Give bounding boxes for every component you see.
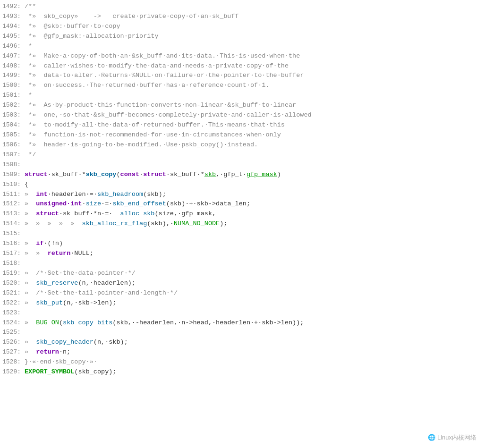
token: return (48, 250, 71, 257)
token: EXPORT_SYMBOL (25, 368, 74, 375)
token: BUG_ON (36, 319, 59, 326)
token: ·sk_buff·*n·=· (59, 210, 112, 217)
watermark: 🌐 Linux内核网络 (428, 433, 476, 442)
line-number: 1508: (0, 160, 21, 169)
code-line: 1506: *» header·is·going·to·be·modified.… (0, 140, 485, 150)
line-content: » /*·Set·the·tail·pointer·and·length·*/ (25, 288, 481, 298)
token: ·sk_buff·* (166, 171, 204, 178)
token: const (120, 171, 140, 178)
line-number: 1506: (0, 140, 21, 150)
token: *» data·to·alter.·Returns·%NULL·on·failu… (25, 72, 304, 79)
code-line: 1502: *» As·by-product·this·function·con… (0, 101, 485, 110)
token: (n,·skb->len); (63, 299, 116, 306)
token: (skb,·-headerlen,·n->head,·headerlen·+·s… (112, 319, 304, 326)
line-number: 1501: (0, 91, 21, 100)
line-content: *» on·success.·The·returned·buffer·has·a… (25, 81, 481, 91)
token: *» Make·a·copy·of·both·an·&sk_buff·and·i… (25, 52, 300, 59)
code-line: 1513:» struct·sk_buff·*n·=·__alloc_skb(s… (0, 209, 485, 219)
token: · (82, 200, 86, 207)
code-line: 1520:» skb_reserve(n,·headerlen); (0, 279, 485, 288)
token: » (25, 220, 36, 227)
line-number: 1527: (0, 347, 21, 357)
token: *» As·by-product·this·function·converts·… (25, 101, 296, 109)
token: skb_copy_bits (63, 319, 112, 326)
token: * (25, 42, 32, 50)
token: ( (59, 319, 63, 326)
line-number: 1497: (0, 51, 21, 61)
token: /*·Set·the·tail·pointer·and·length·*/ (36, 289, 178, 296)
line-number: 1509: (0, 170, 21, 179)
token: (skb)·+·skb->data_len; (166, 200, 250, 207)
code-line: 1523: (0, 308, 485, 318)
token: » (25, 210, 36, 217)
token: » (25, 200, 36, 207)
line-number: 1522: (0, 298, 21, 308)
token: int (36, 191, 47, 198)
line-content: /** (25, 2, 481, 12)
line-number: 1517: (0, 249, 21, 258)
line-content: *» function·is·not·recommended·for·use·i… (25, 130, 481, 140)
token: » (25, 299, 36, 306)
line-number: 1510: (0, 180, 21, 189)
line-number: 1499: (0, 71, 21, 80)
token: NUMA_NO_NODE (174, 220, 220, 227)
token: *» @skb:·buffer·to·copy (25, 23, 120, 30)
token: { (25, 181, 28, 188)
line-number: 1528: (0, 357, 21, 367)
line-number: 1529: (0, 367, 21, 377)
token: *» function·is·not·recommended·for·use·i… (25, 131, 281, 138)
line-number: 1526: (0, 338, 21, 347)
line-number: 1521: (0, 288, 21, 298)
token: ,·gfp_t· (216, 171, 247, 178)
token: *» @gfp_mask:·allocation·priority (25, 33, 159, 40)
code-viewer: 1492:/**1493: *» skb_copy» -> create·pri… (0, 0, 485, 448)
code-line: 1503: *» one,·so·that·&sk_buff·becomes·c… (0, 110, 485, 120)
token: » (25, 240, 36, 247)
line-content: { (25, 180, 481, 190)
line-content: * (25, 91, 481, 101)
line-content: *» header·is·going·to·be·modified.·Use·p… (25, 140, 481, 150)
code-line: 1493: *» skb_copy» -> create·private·cop… (0, 12, 485, 22)
line-content: » /*·Set·the·data·pointer·*/ (25, 269, 481, 279)
line-number: 1525: (0, 328, 21, 337)
token: skb_headroom (97, 191, 143, 198)
line-number: 1520: (0, 279, 21, 288)
token: (skb_copy); (74, 368, 116, 375)
token: *» skb_copy» -> create·private·copy·of·a… (25, 13, 239, 20)
line-number: 1494: (0, 22, 21, 31)
line-number: 1504: (0, 120, 21, 130)
token: » » » » (36, 220, 82, 227)
token: (skb); (143, 191, 166, 198)
line-content: *» Make·a·copy·of·both·an·&sk_buff·and·i… (25, 51, 481, 61)
line-number: 1519: (0, 269, 21, 278)
token: ·NULL; (70, 250, 94, 257)
line-number: 1505: (0, 130, 21, 140)
token: skb_copy_header (36, 338, 94, 346)
line-number: 1514: (0, 219, 21, 228)
line-number: 1511: (0, 190, 21, 199)
line-number: 1513: (0, 209, 21, 219)
code-line: 1504: *» to·modify·all·the·data·of·retur… (0, 120, 485, 130)
token: size (86, 200, 101, 207)
line-number: 1496: (0, 42, 21, 51)
token: » (25, 319, 36, 326)
code-line: 1496: * (0, 42, 485, 51)
token: ( (116, 171, 120, 178)
line-number: 1503: (0, 110, 21, 120)
token: » (25, 348, 36, 355)
token: ·=· (101, 200, 112, 207)
line-content: struct·sk_buff·*skb_copy(const·struct·sk… (25, 170, 481, 180)
token: skb_alloc_rx_flag (82, 220, 147, 227)
token: gfp_mask (247, 171, 277, 178)
token: */ (25, 151, 36, 158)
token: » (25, 191, 36, 198)
line-content: » unsigned·int·size·=·skb_end_offset(skb… (25, 199, 481, 209)
line-number: 1507: (0, 150, 21, 160)
line-number: 1518: (0, 259, 21, 268)
line-content: *» @skb:·buffer·to·copy (25, 22, 481, 32)
code-line: 1526:» skb_copy_header(n,·skb); (0, 338, 485, 347)
token: /** (25, 3, 36, 10)
token: * (25, 92, 32, 99)
token: *» caller·wishes·to·modify·the·data·and·… (25, 62, 289, 69)
token: (n,·skb); (94, 338, 128, 346)
